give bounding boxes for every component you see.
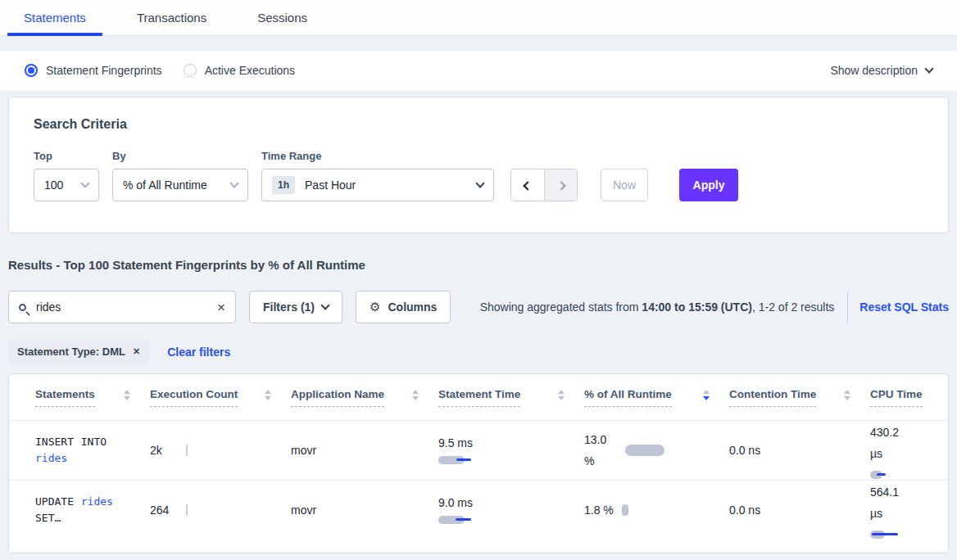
next-time-button[interactable] bbox=[544, 169, 577, 201]
statement-fingerprint: INSERT INTO rides bbox=[35, 434, 134, 467]
filter-chip-statement-type[interactable]: Statement Type: DML ✕ bbox=[8, 340, 149, 364]
radio-label: Statement Fingerprints bbox=[46, 64, 162, 77]
view-mode-bar: Statement Fingerprints Active Executions… bbox=[0, 51, 957, 90]
top-label: Top bbox=[34, 150, 99, 162]
by-select-value: % of All Runtime bbox=[123, 178, 207, 192]
search-box[interactable]: × bbox=[8, 291, 236, 323]
column-header-cpu-time[interactable]: CPU Time bbox=[870, 388, 949, 407]
top-select[interactable]: 100 bbox=[34, 169, 99, 201]
radio-selected-icon[interactable] bbox=[25, 64, 38, 77]
search-criteria-card: Search Criteria Top 100 By % of All Runt… bbox=[8, 97, 949, 233]
chevron-left-icon bbox=[523, 181, 532, 190]
search-input[interactable] bbox=[36, 300, 217, 314]
time-range-field: Time Range 1h Past Hour bbox=[261, 150, 494, 201]
cpu-time-bar bbox=[870, 470, 949, 480]
by-select[interactable]: % of All Runtime bbox=[112, 169, 248, 201]
filters-button-label: Filters (1) bbox=[263, 300, 315, 314]
show-description-label: Show description bbox=[830, 64, 918, 77]
chevron-down-icon bbox=[320, 300, 329, 309]
runtime-percent-value: 13.0 % bbox=[584, 429, 617, 472]
time-range-select[interactable]: 1h Past Hour bbox=[261, 169, 494, 201]
by-field: By % of All Runtime bbox=[112, 150, 248, 201]
sort-icon[interactable] bbox=[412, 390, 419, 400]
statement-link[interactable]: rides bbox=[81, 495, 113, 508]
runtime-percent-bar bbox=[622, 504, 628, 516]
column-header-statement-time[interactable]: Statement Time bbox=[438, 388, 584, 407]
tab-sessions[interactable]: Sessions bbox=[241, 0, 324, 35]
search-criteria-title: Search Criteria bbox=[25, 117, 932, 132]
chevron-down-icon bbox=[80, 178, 89, 187]
statement-link[interactable]: rides bbox=[35, 452, 67, 464]
statement-time-value: 9.0 ms bbox=[438, 496, 573, 509]
sort-icon[interactable] bbox=[844, 390, 850, 400]
now-button[interactable]: Now bbox=[601, 169, 648, 201]
table-row: INSERT INTO rides 2k movr 9.5 ms 13.0 % … bbox=[9, 420, 949, 480]
time-pager bbox=[510, 169, 578, 201]
aggregated-stats-text: Showing aggregated stats from 14:00 to 1… bbox=[480, 300, 835, 314]
filters-button[interactable]: Filters (1) bbox=[249, 291, 342, 323]
time-range-badge: 1h bbox=[272, 176, 295, 194]
contention-time-value: 0.0 ns bbox=[729, 444, 760, 457]
radio-statement-fingerprints[interactable]: Statement Fingerprints bbox=[25, 64, 162, 77]
tab-transactions[interactable]: Transactions bbox=[120, 0, 223, 35]
column-header-statements[interactable]: Statements bbox=[35, 388, 150, 407]
by-label: By bbox=[112, 150, 248, 162]
column-header-contention-time[interactable]: Contention Time bbox=[729, 388, 870, 407]
sort-icon[interactable] bbox=[124, 390, 130, 400]
table-row: UPDATE rides SET… 264 movr 9.0 ms 1.8 % … bbox=[9, 480, 949, 540]
cpu-time-value: 564.1 µs bbox=[870, 481, 911, 524]
sort-icon[interactable] bbox=[265, 390, 271, 400]
column-header-execution-count[interactable]: Execution Count bbox=[150, 388, 291, 407]
count-bar bbox=[186, 445, 188, 456]
statement-time-value: 9.5 ms bbox=[438, 436, 573, 449]
chevron-right-icon bbox=[556, 181, 565, 190]
filter-chip-label: Statement Type: DML bbox=[17, 345, 125, 358]
sort-icon-active-desc[interactable] bbox=[703, 390, 710, 400]
time-range-value: Past Hour bbox=[305, 178, 356, 192]
application-name-value: movr bbox=[291, 444, 316, 457]
page-tabs: Statements Transactions Sessions bbox=[0, 0, 957, 36]
prev-time-button[interactable] bbox=[511, 169, 544, 201]
columns-button-label: Columns bbox=[388, 300, 437, 314]
chevron-down-icon bbox=[924, 64, 933, 73]
show-description-toggle[interactable]: Show description bbox=[830, 64, 932, 77]
stats-area: Showing aggregated stats from 14:00 to 1… bbox=[480, 291, 949, 323]
chevron-down-icon bbox=[229, 178, 238, 187]
count-bar bbox=[186, 504, 188, 516]
divider bbox=[847, 291, 848, 323]
table-header-row: Statements Execution Count Application N… bbox=[9, 374, 949, 420]
runtime-percent-value: 1.8 % bbox=[584, 499, 614, 521]
statement-time-bar bbox=[438, 515, 573, 525]
radio-unselected-icon[interactable] bbox=[184, 64, 197, 77]
application-name-value: movr bbox=[291, 504, 316, 517]
top-select-value: 100 bbox=[44, 178, 63, 192]
remove-filter-icon[interactable]: ✕ bbox=[133, 346, 140, 357]
radio-active-executions[interactable]: Active Executions bbox=[184, 64, 296, 77]
results-table-card: Statements Execution Count Application N… bbox=[8, 373, 949, 553]
tab-statements[interactable]: Statements bbox=[7, 0, 102, 35]
cpu-time-bar bbox=[870, 530, 949, 540]
top-field: Top 100 bbox=[34, 150, 99, 201]
gear-icon: ⚙ bbox=[370, 300, 380, 314]
active-filters-row: Statement Type: DML ✕ Clear filters bbox=[8, 340, 949, 364]
sort-icon[interactable] bbox=[558, 390, 565, 400]
clear-search-icon[interactable]: × bbox=[217, 300, 225, 314]
execution-count-value: 264 bbox=[150, 504, 186, 517]
results-heading: Results - Top 100 Statement Fingerprints… bbox=[8, 258, 949, 272]
cpu-time-value: 430.2 µs bbox=[870, 422, 911, 464]
execution-count-value: 2k bbox=[150, 444, 186, 457]
statement-time-bar bbox=[438, 455, 573, 465]
clear-filters-link[interactable]: Clear filters bbox=[167, 345, 230, 359]
column-header-application-name[interactable]: Application Name bbox=[291, 388, 438, 407]
time-range-label: Time Range bbox=[261, 150, 494, 162]
statement-fingerprint: UPDATE rides SET… bbox=[35, 494, 134, 526]
radio-label: Active Executions bbox=[205, 64, 296, 77]
contention-time-value: 0.0 ns bbox=[729, 504, 760, 517]
column-header-runtime[interactable]: % of All Runtime bbox=[584, 388, 729, 407]
reset-sql-stats-link[interactable]: Reset SQL Stats bbox=[859, 300, 949, 314]
columns-button[interactable]: ⚙ Columns bbox=[356, 291, 451, 323]
runtime-percent-bar bbox=[625, 445, 664, 456]
chevron-down-icon bbox=[475, 178, 484, 187]
results-toolbar: × Filters (1) ⚙ Columns Showing aggregat… bbox=[8, 291, 949, 323]
apply-button[interactable]: Apply bbox=[679, 169, 738, 201]
